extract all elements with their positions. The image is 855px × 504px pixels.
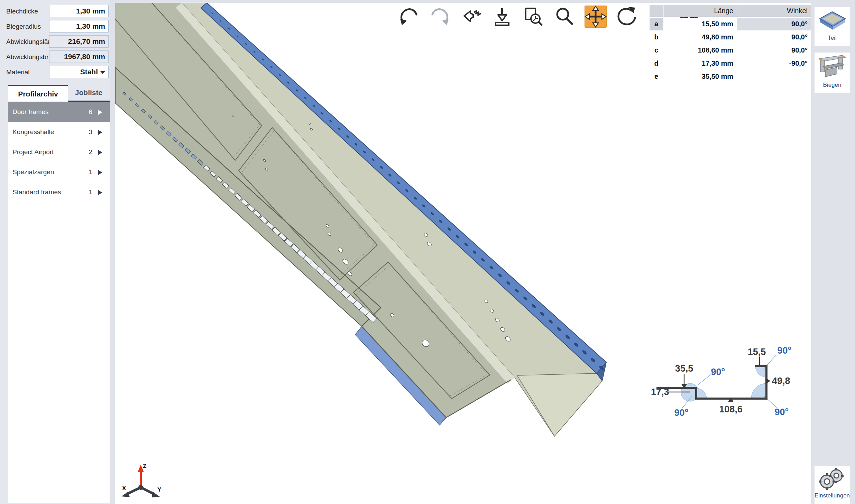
abwicklungsbreite-value: 1967,80 mm — [49, 50, 109, 63]
rotate-button[interactable] — [616, 6, 638, 28]
dim-d-label: 17,3 — [651, 387, 669, 397]
machine-thumbnail-icon — [816, 53, 849, 80]
dim-c-label: 108,6 — [719, 404, 743, 414]
list-item-project-airport[interactable]: Project Airport 2 — [8, 142, 110, 162]
field-row-abwicklungslaenge: Abwicklungslänge 216,70 mm — [0, 35, 110, 48]
bend-row-c[interactable]: c 108,60 mm 90,0° — [650, 44, 811, 57]
abwicklungslaenge-value: 216,70 mm — [49, 35, 109, 48]
angle-label-2: 90° — [674, 408, 689, 418]
download-icon — [491, 6, 513, 28]
undo-button[interactable] — [398, 6, 420, 28]
undo-icon — [398, 6, 420, 28]
expand-arrow-icon[interactable] — [98, 170, 102, 175]
material-selected-value: Stahl — [80, 68, 98, 76]
list-item-label: Spezialzargen — [12, 168, 54, 176]
part-thumbnail-icon — [816, 7, 849, 33]
col-laenge-header: Länge — [663, 5, 737, 17]
field-row-abwicklungsbreite: Abwicklungsbreite 1967,80 mm — [0, 50, 110, 64]
bend-row-e[interactable]: e 35,50 mm — [650, 70, 811, 83]
list-item-label: Door frames — [12, 108, 49, 116]
list-item-label: Kongresshalle — [12, 128, 54, 136]
angle-label-4: 90° — [778, 345, 792, 356]
z-axis-label: Z — [143, 463, 146, 469]
einstellungen-button[interactable]: Einstellungen — [815, 466, 850, 504]
y-axis-label: Y — [157, 486, 162, 493]
bend-row-b[interactable]: b 49,80 mm 90,0° — [650, 31, 811, 44]
bend-table-header: Länge Winkel — [650, 5, 811, 17]
zoom-window-icon — [522, 6, 544, 28]
zoom-button[interactable] — [553, 6, 576, 28]
gears-icon — [816, 466, 849, 491]
einstellungen-button-label: Einstellungen — [815, 492, 850, 499]
list-item-label: Standard frames — [12, 188, 61, 196]
laenge-value-field[interactable]: 15,50 mm — [663, 18, 737, 30]
winkel-value-field[interactable]: 90,0° — [737, 18, 811, 30]
angle-label-3: 90° — [775, 407, 789, 417]
bend-direction-button[interactable] — [460, 6, 482, 28]
expand-arrow-icon[interactable] — [98, 150, 102, 155]
bend-table: Länge Winkel a 15,50 mm 90,0° b 49,80 mm… — [650, 5, 811, 83]
axes-triad: Z X Y — [119, 463, 164, 501]
profile-cross-section-diagram: 35,5 17,3 108,6 49,8 15,5 90° 90° 90° 90… — [650, 344, 805, 430]
dim-e-label: 35,5 — [675, 363, 693, 374]
bend-row-d[interactable]: d 17,30 mm -90,0° — [650, 57, 811, 70]
expand-arrow-icon[interactable] — [98, 190, 102, 195]
field-row-material: Material Stahl — [0, 66, 110, 79]
list-item-count: 1 — [89, 168, 92, 176]
redo-button[interactable] — [429, 6, 451, 28]
blechdicke-label: Blechdicke — [6, 8, 38, 15]
chevron-down-icon — [100, 71, 105, 74]
material-dropdown[interactable]: Stahl — [49, 66, 109, 78]
field-row-biegeradius: Biegeradius 1,30 mm — [0, 20, 110, 33]
biegen-button[interactable]: Biegen — [815, 53, 850, 93]
zoom-window-button[interactable] — [522, 6, 544, 28]
tab-profilarchiv[interactable]: Profilarchiv — [8, 85, 68, 102]
expand-arrow-icon[interactable] — [98, 130, 102, 135]
biegeradius-input[interactable]: 1,30 mm — [49, 20, 109, 32]
teil-button[interactable]: Teil — [815, 7, 850, 46]
download-button[interactable] — [491, 6, 513, 28]
angle-label-1: 90° — [711, 367, 725, 377]
bend-row-a[interactable]: a 15,50 mm 90,0° — [650, 18, 811, 30]
col-winkel-header: Winkel — [737, 5, 811, 17]
list-item-count: 2 — [89, 148, 92, 156]
list-item-door-frames[interactable]: Door frames 6 — [8, 102, 110, 122]
list-item-count: 3 — [89, 128, 92, 136]
dim-a-label: 15,5 — [748, 347, 766, 357]
list-item-standard-frames[interactable]: Standard frames 1 — [8, 182, 110, 202]
list-item-kongresshalle[interactable]: Kongresshalle 3 — [8, 122, 110, 142]
redo-icon — [429, 6, 451, 28]
biegen-button-label: Biegen — [815, 82, 850, 88]
list-item-count: 1 — [89, 188, 92, 196]
x-axis-arrow — [121, 492, 130, 497]
expand-arrow-icon[interactable] — [98, 110, 102, 115]
pan-button[interactable] — [585, 6, 607, 28]
app-window: Blechdicke 1,30 mm Biegeradius 1,30 mm A… — [0, 0, 855, 504]
x-axis-label: X — [122, 485, 126, 492]
sidebar-tabs: Profilarchiv Jobliste — [0, 85, 110, 102]
zoom-icon — [553, 6, 576, 28]
col-id-header — [650, 5, 663, 17]
field-row-blechdicke: Blechdicke 1,30 mm — [0, 5, 110, 18]
biegeradius-label: Biegeradius — [6, 23, 41, 30]
blechdicke-input[interactable]: 1,30 mm — [49, 5, 109, 17]
profile-list: Door frames 6 Kongresshalle 3 Project Ai… — [8, 102, 110, 503]
list-item-label: Project Airport — [12, 148, 54, 156]
dim-b-label: 49,8 — [772, 376, 790, 386]
right-panel: Teil Biegen — [811, 0, 855, 504]
sidebar: Blechdicke 1,30 mm Biegeradius 1,30 mm A… — [0, 0, 110, 504]
tab-jobliste[interactable]: Jobliste — [68, 85, 110, 102]
list-item-count: 6 — [89, 108, 92, 116]
pan-icon — [585, 6, 607, 28]
bend-direction-icon — [460, 6, 482, 28]
material-label: Material — [6, 68, 30, 76]
rotate-icon — [616, 6, 638, 28]
teil-button-label: Teil — [815, 35, 850, 41]
list-item-spezialzargen[interactable]: Spezialzargen 1 — [8, 162, 110, 182]
